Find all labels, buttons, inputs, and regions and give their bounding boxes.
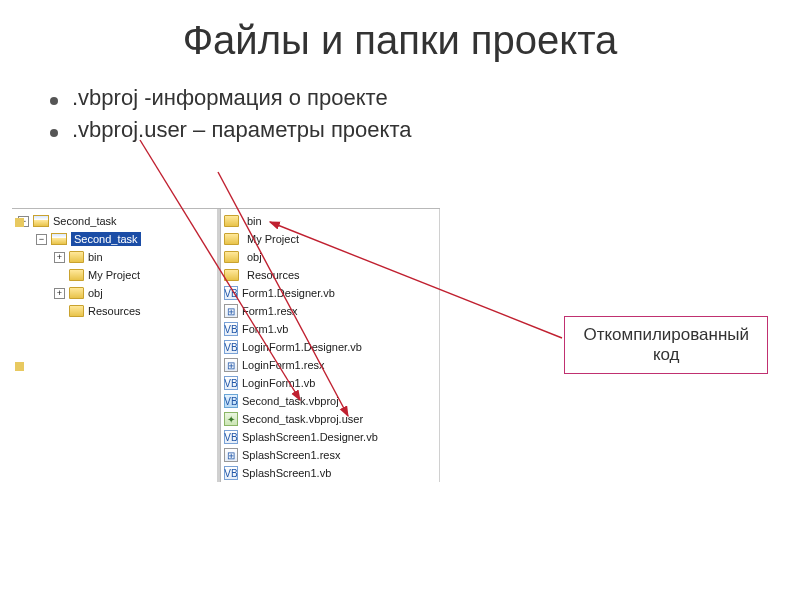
tree-label: obj: [88, 287, 103, 299]
file-name: LoginForm1.resx: [242, 359, 325, 371]
file-name: LoginForm1.vb: [242, 377, 315, 389]
tree-label: bin: [88, 251, 103, 263]
folder-icon: [69, 305, 84, 317]
vb-file-icon: VB: [224, 322, 238, 336]
folder-tree-pane[interactable]: − Second_task − Second_task + bin My Pro…: [12, 209, 220, 482]
bullet-item: .vbproj -информация о проекте: [50, 85, 800, 111]
vbproj-file-icon: VB: [224, 394, 238, 408]
file-name: SplashScreen1.Designer.vb: [242, 431, 378, 443]
tree-row[interactable]: − Second_task: [12, 212, 217, 230]
file-name: My Project: [247, 233, 299, 245]
folder-icon: [224, 215, 239, 227]
file-name: SplashScreen1.resx: [242, 449, 340, 461]
file-name: Second_task.vbproj.user: [242, 413, 363, 425]
vb-file-icon: VB: [224, 430, 238, 444]
file-name: Form1.resx: [242, 305, 298, 317]
folder-icon: [69, 287, 84, 299]
file-name: Form1.vb: [242, 323, 288, 335]
bullet-text: .vbproj.user – параметры проекта: [72, 117, 411, 143]
tree-label: Second_task: [71, 232, 141, 246]
vb-file-icon: VB: [224, 340, 238, 354]
list-item[interactable]: VBLoginForm1.Designer.vb: [221, 338, 439, 356]
file-name: Second_task.vbproj: [242, 395, 339, 407]
bullet-dot-icon: [50, 97, 58, 105]
list-item[interactable]: VBSplashScreen1.Designer.vb: [221, 428, 439, 446]
callout-compiled-code: Откомпилированный код: [564, 316, 768, 374]
bullet-dot-icon: [50, 129, 58, 137]
tree-row-selected[interactable]: − Second_task: [12, 230, 217, 248]
vb-file-icon: VB: [224, 466, 238, 480]
expand-icon[interactable]: +: [54, 252, 65, 263]
folder-icon: [224, 269, 239, 281]
resx-file-icon: ⊞: [224, 448, 238, 462]
folder-open-icon: [51, 233, 67, 245]
file-name: bin: [247, 215, 262, 227]
callout-line: Откомпилированный: [583, 325, 749, 345]
list-item[interactable]: VBLoginForm1.vb: [221, 374, 439, 392]
bullet-text: .vbproj -информация о проекте: [72, 85, 388, 111]
resx-file-icon: ⊞: [224, 304, 238, 318]
list-item[interactable]: VBSplashScreen1.vb: [221, 464, 439, 482]
slide-title: Файлы и папки проекта: [0, 18, 800, 63]
list-item[interactable]: My Project: [221, 230, 439, 248]
list-item[interactable]: obj: [221, 248, 439, 266]
file-name: Resources: [247, 269, 300, 281]
list-item[interactable]: ⊞Form1.resx: [221, 302, 439, 320]
file-name: obj: [247, 251, 262, 263]
bullet-list: .vbproj -информация о проекте .vbproj.us…: [50, 85, 800, 143]
folder-icon: [224, 233, 239, 245]
file-name: Form1.Designer.vb: [242, 287, 335, 299]
bullet-item: .vbproj.user – параметры проекта: [50, 117, 800, 143]
tree-row[interactable]: My Project: [12, 266, 217, 284]
expand-icon[interactable]: +: [54, 288, 65, 299]
file-list-pane[interactable]: bin My Project obj Resources VBForm1.Des…: [220, 209, 440, 482]
folder-icon: [69, 269, 84, 281]
tree-row[interactable]: + bin: [12, 248, 217, 266]
resx-file-icon: ⊞: [224, 358, 238, 372]
list-item-vbproj-user[interactable]: ✦Second_task.vbproj.user: [221, 410, 439, 428]
list-item[interactable]: bin: [221, 212, 439, 230]
tree-label: Second_task: [53, 215, 117, 227]
file-name: LoginForm1.Designer.vb: [242, 341, 362, 353]
tree-label: Resources: [88, 305, 141, 317]
vb-file-icon: VB: [224, 286, 238, 300]
list-item[interactable]: VBForm1.Designer.vb: [221, 284, 439, 302]
callout-line: код: [583, 345, 749, 365]
collapse-icon[interactable]: −: [36, 234, 47, 245]
vbproj-user-file-icon: ✦: [224, 412, 238, 426]
tree-label: My Project: [88, 269, 140, 281]
decorative-dot: [15, 362, 24, 371]
list-item[interactable]: ⊞SplashScreen1.resx: [221, 446, 439, 464]
tree-row[interactable]: + obj: [12, 284, 217, 302]
list-item[interactable]: VBForm1.vb: [221, 320, 439, 338]
vb-file-icon: VB: [224, 376, 238, 390]
tree-row[interactable]: Resources: [12, 302, 217, 320]
file-explorer: − Second_task − Second_task + bin My Pro…: [12, 208, 440, 482]
list-item[interactable]: Resources: [221, 266, 439, 284]
folder-icon: [69, 251, 84, 263]
file-name: SplashScreen1.vb: [242, 467, 331, 479]
list-item[interactable]: ⊞LoginForm1.resx: [221, 356, 439, 374]
folder-open-icon: [33, 215, 49, 227]
folder-icon: [224, 251, 239, 263]
decorative-dot: [15, 218, 24, 227]
list-item-vbproj[interactable]: VBSecond_task.vbproj: [221, 392, 439, 410]
